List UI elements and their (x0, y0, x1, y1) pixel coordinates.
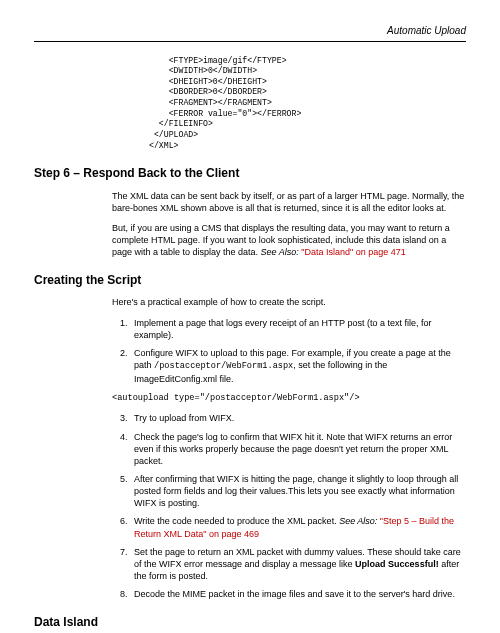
list-item: Decode the MIME packet in the image file… (130, 588, 466, 600)
step-4-text: Check the page's log to confirm that WIF… (134, 432, 452, 466)
document-page: Automatic Upload <FTYPE>image/gif</FTYPE… (0, 0, 500, 633)
step-3-text: Try to upload from WIFX. (134, 413, 234, 423)
script-steps-list-cont: Try to upload from WIFX. Check the page'… (112, 412, 466, 600)
list-item: Try to upload from WIFX. (130, 412, 466, 424)
step6-para-2: But, if you are using a CMS that display… (112, 222, 466, 258)
list-item: Set the page to return an XML packet wit… (130, 546, 466, 582)
creating-intro: Here's a practical example of how to cre… (112, 296, 466, 308)
link-data-island[interactable]: "Data Island" on page 471 (301, 247, 405, 257)
xml-code-block: <FTYPE>image/gif</FTYPE> <DWIDTH>0</DWID… (149, 56, 466, 152)
step6-body: The XML data can be sent back by itself,… (112, 190, 466, 259)
list-item: Implement a page that logs every receipt… (130, 317, 466, 341)
see-also-label: See Also: (261, 247, 302, 257)
heading-step6: Step 6 – Respond Back to the Client (34, 165, 466, 181)
autoupload-code: <autoupload type="/postacceptor/WebForm1… (112, 393, 466, 405)
creating-list-cont: Try to upload from WIFX. Check the page'… (112, 412, 466, 600)
step-1-text: Implement a page that logs every receipt… (134, 318, 431, 340)
inline-code-path: /postacceptor/WebForm1.aspx (154, 361, 293, 371)
running-header: Automatic Upload (34, 24, 466, 42)
step6-para-1: The XML data can be sent back by itself,… (112, 190, 466, 214)
list-item: Write the code needed to produce the XML… (130, 515, 466, 539)
step-5-text: After confirming that WIFX is hitting th… (134, 474, 458, 508)
see-also-label-2: See Also: (339, 516, 380, 526)
step-6-text-a: Write the code needed to produce the XML… (134, 516, 339, 526)
script-steps-list: Implement a page that logs every receipt… (112, 317, 466, 385)
step-8-text: Decode the MIME packet in the image file… (134, 589, 455, 599)
list-item: Configure WIFX to upload to this page. F… (130, 347, 466, 385)
creating-intro-wrap: Here's a practical example of how to cre… (112, 296, 466, 384)
header-section-title: Automatic Upload (387, 25, 466, 36)
heading-data-island: Data Island (34, 614, 466, 630)
step-7-bold: Upload Successful! (355, 559, 439, 569)
list-item: Check the page's log to confirm that WIF… (130, 431, 466, 467)
heading-creating-script: Creating the Script (34, 272, 466, 288)
list-item: After confirming that WIFX is hitting th… (130, 473, 466, 509)
